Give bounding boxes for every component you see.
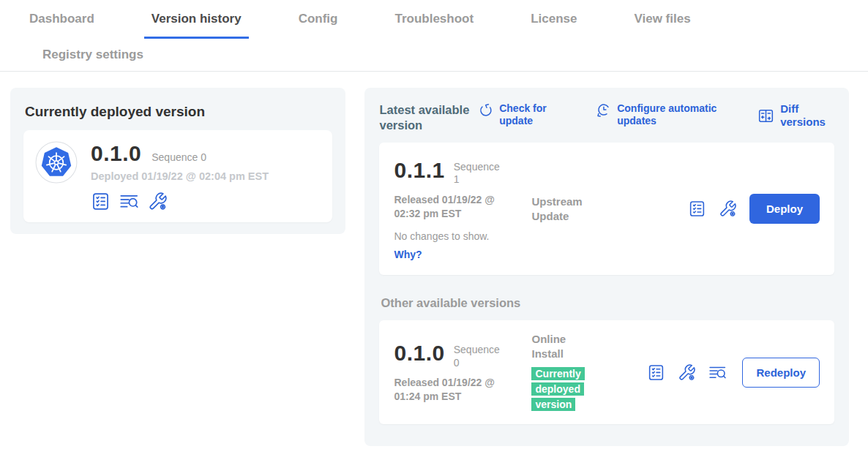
- redeploy-button[interactable]: Redeploy: [742, 358, 820, 388]
- other-source-column: Online Install Currently deployed versio…: [531, 332, 647, 412]
- latest-source-label: Upstream Update: [531, 195, 597, 223]
- currently-deployed-title: Currently deployed version: [25, 104, 332, 120]
- diff-versions-label: Diff versions: [780, 102, 833, 129]
- latest-source-column: Upstream Update: [531, 195, 647, 223]
- deployed-version-number: 0.1.0: [91, 141, 141, 165]
- currently-deployed-panel: Currently deployed version: [10, 88, 345, 234]
- configure-automatic-updates-label: Configure automatic updates: [617, 102, 719, 127]
- version-card-other: 0.1.0 Sequence 0 Released 01/19/22 @ 01:…: [379, 320, 834, 424]
- deployed-sequence-label: Sequence 0: [151, 151, 206, 163]
- deployed-version-details: 0.1.0 Sequence 0 Deployed 01/19/22 @ 02:…: [91, 141, 269, 211]
- refresh-icon: [478, 102, 493, 118]
- version-card-latest: 0.1.1 Sequence 1 Released 01/19/22 @ 02:…: [379, 143, 834, 275]
- latest-version-info: 0.1.1 Sequence 1 Released 01/19/22 @ 02:…: [394, 158, 531, 260]
- latest-actions: Deploy: [688, 194, 820, 224]
- deployed-timestamp: Deployed 01/19/22 @ 02:04 pm EST: [91, 170, 269, 182]
- available-versions-panel: Latest available version Check for updat…: [364, 88, 849, 446]
- latest-released-timestamp: Released 01/19/22 @ 02:32 pm EST: [394, 193, 520, 221]
- other-available-versions-title: Other available versions: [381, 296, 834, 310]
- other-actions: Redeploy: [647, 358, 820, 388]
- schedule-icon: [596, 102, 611, 118]
- currently-deployed-badge-wrap: Currently deployed version: [531, 366, 585, 412]
- other-sequence-label: Sequence 0: [454, 341, 505, 369]
- deploy-logs-icon[interactable]: [119, 192, 139, 211]
- deploy-button[interactable]: Deploy: [749, 194, 820, 224]
- top-nav: Dashboard Version history Config Trouble…: [0, 0, 868, 72]
- tab-license[interactable]: License: [523, 12, 584, 39]
- tab-registry-settings[interactable]: Registry settings: [35, 48, 151, 62]
- other-version-number: 0.1.0: [394, 341, 444, 365]
- configure-automatic-updates-link[interactable]: Configure automatic updates: [596, 102, 719, 127]
- other-released-timestamp: Released 01/19/22 @ 01:24 pm EST: [394, 376, 520, 404]
- currently-deployed-badge: Currently deployed version: [531, 367, 584, 411]
- tab-view-files[interactable]: View files: [626, 12, 697, 39]
- deploy-logs-icon[interactable]: [708, 363, 727, 382]
- latest-version-number: 0.1.1: [394, 158, 444, 182]
- config-wrench-icon[interactable]: [719, 200, 737, 218]
- tab-dashboard[interactable]: Dashboard: [22, 12, 102, 39]
- tab-config[interactable]: Config: [291, 12, 345, 39]
- diff-versions-link[interactable]: Diff versions: [757, 102, 833, 129]
- latest-available-title: Latest available version: [379, 102, 478, 132]
- deployed-version-card: 0.1.0 Sequence 0 Deployed 01/19/22 @ 02:…: [23, 130, 332, 222]
- check-for-update-link[interactable]: Check for update: [478, 102, 558, 127]
- diff-icon: [757, 107, 774, 124]
- preflight-checklist-icon[interactable]: [647, 363, 665, 382]
- available-versions-header: Latest available version Check for updat…: [379, 101, 834, 132]
- why-link[interactable]: Why?: [394, 249, 531, 260]
- header-actions: Check for update Configure automatic upd…: [478, 102, 833, 129]
- preflight-checklist-icon[interactable]: [91, 192, 111, 211]
- config-wrench-icon[interactable]: [678, 363, 696, 382]
- tab-version-history[interactable]: Version history: [144, 12, 249, 39]
- tab-troubleshoot[interactable]: Troubleshoot: [387, 12, 481, 39]
- no-changes-text: No changes to show.: [394, 230, 531, 242]
- latest-sequence-label: Sequence 1: [454, 158, 505, 186]
- nav-row-primary: Dashboard Version history Config Trouble…: [22, 0, 868, 39]
- other-source-label: Online Install: [531, 332, 597, 361]
- check-for-update-label: Check for update: [499, 102, 558, 127]
- kubernetes-logo-icon: [35, 141, 78, 184]
- nav-row-secondary: Registry settings: [22, 39, 868, 71]
- preflight-checklist-icon[interactable]: [688, 200, 706, 218]
- other-version-info: 0.1.0 Sequence 0 Released 01/19/22 @ 01:…: [394, 341, 531, 404]
- config-wrench-icon[interactable]: [148, 192, 168, 211]
- main-content: Currently deployed version: [0, 72, 868, 446]
